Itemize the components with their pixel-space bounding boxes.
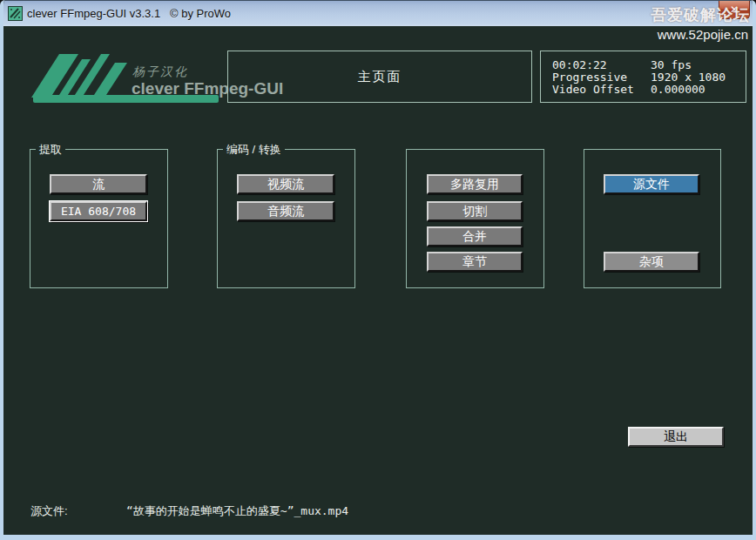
info-timecode: 00:02:22 — [552, 59, 651, 71]
chapters-button[interactable]: 章节 — [427, 252, 523, 272]
info-row-offset: Video Offset 0.000000 — [552, 84, 734, 96]
merge-button[interactable]: 合并 — [427, 226, 523, 246]
info-offset-label: Video Offset — [552, 84, 651, 96]
logo-mark-icon — [28, 47, 223, 110]
media-info-panel: 00:02:22 30 fps Progressive 1920 x 1080 … — [540, 51, 746, 103]
page-title: 主页面 — [358, 69, 402, 85]
cut-button[interactable]: 切割 — [427, 201, 523, 221]
group-encode-convert: 编码 / 转换 视频流 音频流 — [217, 149, 355, 288]
info-framerate: 30 fps — [651, 59, 692, 71]
audio-stream-button[interactable]: 音频流 — [237, 201, 334, 221]
info-resolution: 1920 x 1080 — [651, 71, 726, 84]
client-area: www.52pojie.cn 杨子汉化 clever FFmpeg-GUI 主页… — [3, 26, 753, 535]
misc-button[interactable]: 杂项 — [604, 252, 699, 272]
watermark-forum-name: 吾爱破解论坛 — [651, 4, 750, 25]
group-encode-title: 编码 / 转换 — [223, 142, 285, 158]
app-icon — [8, 6, 23, 21]
app-window: clever FFmpeg-GUI v3.3.1 © by ProWo ✕ 吾爱… — [0, 0, 756, 540]
app-logo: 杨子汉化 clever FFmpeg-GUI — [28, 47, 223, 110]
multiplex-button[interactable]: 多路复用 — [427, 174, 523, 194]
source-file-name: “故事的开始是蝉鸣不止的盛夏~”_mux.mp4 — [126, 503, 348, 519]
watermark-forum-url: www.52pojie.cn — [658, 27, 748, 42]
group-files: 源文件 杂项 — [584, 149, 721, 288]
eia-608-708-button[interactable]: EIA 608/708 — [50, 201, 147, 221]
titlebar[interactable]: clever FFmpeg-GUI v3.3.1 © by ProWo ✕ — [0, 0, 756, 26]
group-tools: 多路复用 切割 合并 章节 — [406, 149, 544, 288]
page-title-panel: 主页面 — [227, 51, 532, 103]
window-title: clever FFmpeg-GUI v3.3.1 © by ProWo — [27, 7, 231, 20]
source-file-label: 源文件: — [30, 503, 68, 519]
logo-subtitle: 杨子汉化 — [132, 64, 188, 80]
stream-button[interactable]: 流 — [50, 174, 147, 194]
exit-button[interactable]: 退出 — [628, 427, 724, 447]
group-extract: 提取 流 EIA 608/708 — [30, 149, 168, 288]
info-row-time: 00:02:22 30 fps — [552, 59, 734, 71]
info-offset-value: 0.000000 — [651, 84, 705, 96]
video-stream-button[interactable]: 视频流 — [237, 174, 334, 194]
source-file-button[interactable]: 源文件 — [604, 174, 699, 194]
info-row-scan: Progressive 1920 x 1080 — [552, 71, 734, 84]
info-scan-type: Progressive — [552, 71, 651, 84]
group-extract-title: 提取 — [36, 142, 65, 158]
